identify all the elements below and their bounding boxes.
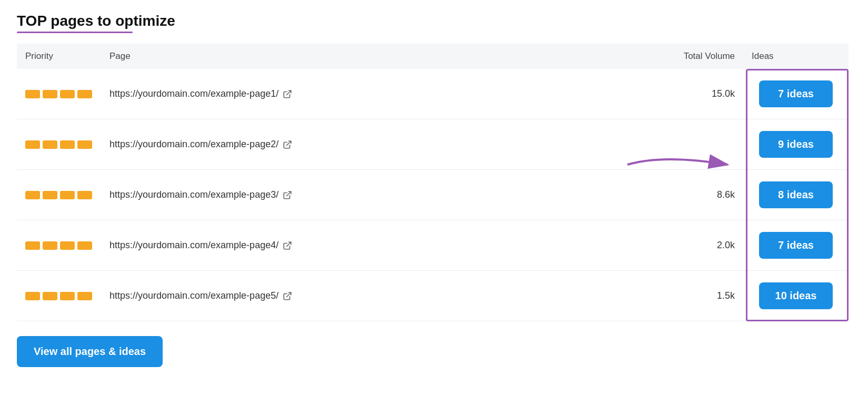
volume-cell bbox=[659, 119, 743, 170]
svg-line-1 bbox=[287, 90, 291, 95]
table-wrapper: Priority Page Total Volume Ideas https:/… bbox=[17, 44, 849, 321]
priority-cell bbox=[17, 220, 101, 271]
ideas-button[interactable]: 8 ideas bbox=[759, 181, 833, 208]
volume-cell: 1.5k bbox=[659, 271, 743, 321]
widget-title: TOP pages to optimize bbox=[17, 13, 849, 29]
ideas-cell: 9 ideas bbox=[743, 119, 849, 170]
ideas-cell: 7 ideas bbox=[743, 220, 849, 271]
priority-bar bbox=[77, 191, 92, 199]
priority-bar bbox=[77, 241, 92, 250]
col-header-page: Page bbox=[101, 44, 659, 69]
priority-bars bbox=[25, 241, 93, 250]
page-cell: https://yourdomain.com/example-page4/ bbox=[101, 220, 659, 271]
col-header-volume: Total Volume bbox=[659, 44, 743, 69]
ideas-cell: 7 ideas bbox=[743, 69, 849, 119]
ideas-button[interactable]: 9 ideas bbox=[759, 131, 833, 158]
col-header-priority: Priority bbox=[17, 44, 101, 69]
volume-cell: 8.6k bbox=[659, 170, 743, 220]
table-row: https://yourdomain.com/example-page2/ 9 … bbox=[17, 119, 849, 170]
top-pages-widget: TOP pages to optimize Priority Page Tot bbox=[17, 13, 849, 367]
priority-cell bbox=[17, 119, 101, 170]
priority-bar bbox=[43, 292, 57, 300]
page-cell: https://yourdomain.com/example-page3/ bbox=[101, 170, 659, 220]
priority-bars bbox=[25, 292, 93, 300]
svg-line-2 bbox=[287, 141, 291, 145]
page-url: https://yourdomain.com/example-page1/ bbox=[109, 88, 651, 99]
page-cell: https://yourdomain.com/example-page5/ bbox=[101, 271, 659, 321]
page-url: https://yourdomain.com/example-page5/ bbox=[109, 290, 651, 301]
priority-bar bbox=[60, 292, 75, 300]
priority-bar bbox=[25, 191, 40, 199]
priority-bar bbox=[60, 191, 75, 199]
external-link-icon[interactable] bbox=[283, 140, 292, 149]
priority-cell bbox=[17, 69, 101, 119]
priority-bars bbox=[25, 140, 93, 149]
svg-line-4 bbox=[287, 242, 291, 246]
priority-bar bbox=[77, 292, 92, 300]
priority-bar bbox=[25, 90, 40, 98]
ideas-button[interactable]: 7 ideas bbox=[759, 80, 833, 107]
svg-line-3 bbox=[287, 191, 291, 196]
priority-bar bbox=[25, 241, 40, 250]
priority-bar bbox=[77, 90, 92, 98]
ideas-cell: 8 ideas bbox=[743, 170, 849, 220]
volume-cell: 15.0k bbox=[659, 69, 743, 119]
title-underline bbox=[17, 32, 133, 33]
ideas-cell: 10 ideas bbox=[743, 271, 849, 321]
ideas-button[interactable]: 10 ideas bbox=[759, 282, 833, 309]
external-link-icon[interactable] bbox=[283, 241, 292, 250]
priority-bar bbox=[25, 292, 40, 300]
table-header-row: Priority Page Total Volume Ideas bbox=[17, 44, 849, 69]
priority-bars bbox=[25, 191, 93, 199]
priority-bar bbox=[60, 140, 75, 149]
pages-table: Priority Page Total Volume Ideas https:/… bbox=[17, 44, 849, 321]
external-link-icon[interactable] bbox=[283, 190, 292, 200]
page-url: https://yourdomain.com/example-page4/ bbox=[109, 240, 651, 251]
table-row: https://yourdomain.com/example-page3/ 8.… bbox=[17, 170, 849, 220]
priority-cell bbox=[17, 170, 101, 220]
external-link-icon[interactable] bbox=[283, 291, 292, 301]
priority-bar bbox=[43, 241, 57, 250]
page-cell: https://yourdomain.com/example-page1/ bbox=[101, 69, 659, 119]
priority-bar bbox=[25, 140, 40, 149]
table-row: https://yourdomain.com/example-page5/ 1.… bbox=[17, 271, 849, 321]
col-header-ideas: Ideas bbox=[743, 44, 849, 69]
external-link-icon[interactable] bbox=[283, 89, 292, 99]
priority-bar bbox=[43, 191, 57, 199]
priority-bar bbox=[60, 90, 75, 98]
page-url: https://yourdomain.com/example-page2/ bbox=[109, 139, 651, 150]
priority-bar bbox=[60, 241, 75, 250]
priority-bar bbox=[77, 140, 92, 149]
view-all-button[interactable]: View all pages & ideas bbox=[17, 336, 163, 367]
page-cell: https://yourdomain.com/example-page2/ bbox=[101, 119, 659, 170]
table-row: https://yourdomain.com/example-page1/ 15… bbox=[17, 69, 849, 119]
svg-line-5 bbox=[287, 292, 291, 297]
priority-bars bbox=[25, 90, 93, 98]
table-row: https://yourdomain.com/example-page4/ 2.… bbox=[17, 220, 849, 271]
priority-bar bbox=[43, 90, 57, 98]
priority-cell bbox=[17, 271, 101, 321]
priority-bar bbox=[43, 140, 57, 149]
volume-cell: 2.0k bbox=[659, 220, 743, 271]
ideas-button[interactable]: 7 ideas bbox=[759, 232, 833, 259]
page-url: https://yourdomain.com/example-page3/ bbox=[109, 189, 651, 200]
